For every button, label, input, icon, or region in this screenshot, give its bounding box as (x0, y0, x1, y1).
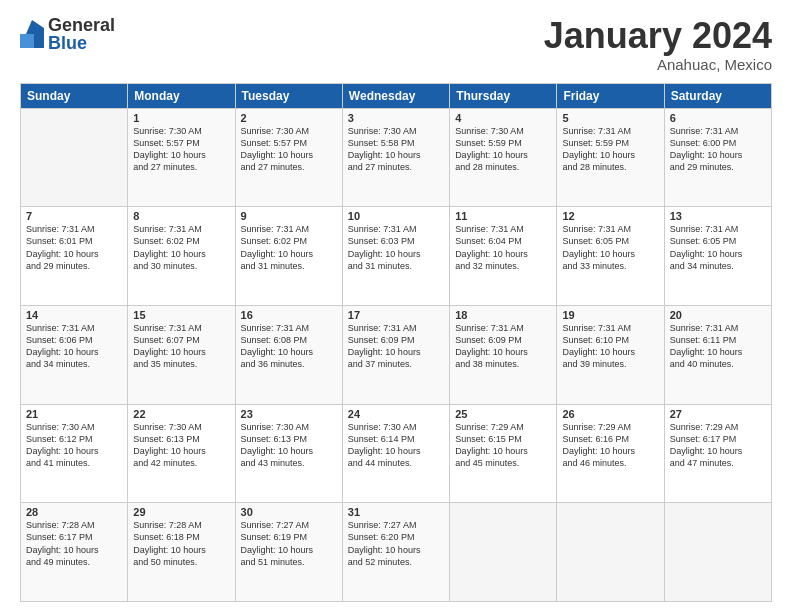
header: General Blue January 2024 Anahuac, Mexic… (20, 16, 772, 73)
col-tuesday: Tuesday (235, 83, 342, 108)
day-info: Sunrise: 7:31 AMSunset: 6:01 PMDaylight:… (26, 223, 122, 272)
table-row: 3Sunrise: 7:30 AMSunset: 5:58 PMDaylight… (342, 108, 449, 207)
calendar-table: Sunday Monday Tuesday Wednesday Thursday… (20, 83, 772, 602)
day-info: Sunrise: 7:31 AMSunset: 6:02 PMDaylight:… (133, 223, 229, 272)
day-number: 4 (455, 112, 551, 124)
table-row: 27Sunrise: 7:29 AMSunset: 6:17 PMDayligh… (664, 404, 771, 503)
table-row: 13Sunrise: 7:31 AMSunset: 6:05 PMDayligh… (664, 207, 771, 306)
day-number: 15 (133, 309, 229, 321)
day-number: 24 (348, 408, 444, 420)
col-sunday: Sunday (21, 83, 128, 108)
day-number: 25 (455, 408, 551, 420)
table-row: 26Sunrise: 7:29 AMSunset: 6:16 PMDayligh… (557, 404, 664, 503)
day-info: Sunrise: 7:28 AMSunset: 6:17 PMDaylight:… (26, 519, 122, 568)
col-saturday: Saturday (664, 83, 771, 108)
day-number: 27 (670, 408, 766, 420)
day-number: 30 (241, 506, 337, 518)
day-info: Sunrise: 7:28 AMSunset: 6:18 PMDaylight:… (133, 519, 229, 568)
calendar-header-row: Sunday Monday Tuesday Wednesday Thursday… (21, 83, 772, 108)
table-row: 18Sunrise: 7:31 AMSunset: 6:09 PMDayligh… (450, 305, 557, 404)
table-row (664, 503, 771, 602)
day-number: 5 (562, 112, 658, 124)
day-info: Sunrise: 7:29 AMSunset: 6:15 PMDaylight:… (455, 421, 551, 470)
day-info: Sunrise: 7:31 AMSunset: 6:02 PMDaylight:… (241, 223, 337, 272)
month-title: January 2024 (544, 16, 772, 56)
table-row: 16Sunrise: 7:31 AMSunset: 6:08 PMDayligh… (235, 305, 342, 404)
day-info: Sunrise: 7:29 AMSunset: 6:17 PMDaylight:… (670, 421, 766, 470)
table-row: 8Sunrise: 7:31 AMSunset: 6:02 PMDaylight… (128, 207, 235, 306)
day-info: Sunrise: 7:27 AMSunset: 6:20 PMDaylight:… (348, 519, 444, 568)
day-info: Sunrise: 7:31 AMSunset: 6:05 PMDaylight:… (670, 223, 766, 272)
day-info: Sunrise: 7:29 AMSunset: 6:16 PMDaylight:… (562, 421, 658, 470)
logo: General Blue (20, 16, 115, 52)
day-info: Sunrise: 7:30 AMSunset: 5:58 PMDaylight:… (348, 125, 444, 174)
day-info: Sunrise: 7:30 AMSunset: 5:57 PMDaylight:… (241, 125, 337, 174)
day-number: 11 (455, 210, 551, 222)
day-info: Sunrise: 7:30 AMSunset: 6:12 PMDaylight:… (26, 421, 122, 470)
table-row: 11Sunrise: 7:31 AMSunset: 6:04 PMDayligh… (450, 207, 557, 306)
day-number: 20 (670, 309, 766, 321)
table-row: 28Sunrise: 7:28 AMSunset: 6:17 PMDayligh… (21, 503, 128, 602)
table-row: 23Sunrise: 7:30 AMSunset: 6:13 PMDayligh… (235, 404, 342, 503)
day-info: Sunrise: 7:31 AMSunset: 6:00 PMDaylight:… (670, 125, 766, 174)
calendar-week-row: 1Sunrise: 7:30 AMSunset: 5:57 PMDaylight… (21, 108, 772, 207)
table-row: 17Sunrise: 7:31 AMSunset: 6:09 PMDayligh… (342, 305, 449, 404)
day-info: Sunrise: 7:31 AMSunset: 6:09 PMDaylight:… (455, 322, 551, 371)
day-number: 6 (670, 112, 766, 124)
calendar-week-row: 21Sunrise: 7:30 AMSunset: 6:12 PMDayligh… (21, 404, 772, 503)
calendar-week-row: 7Sunrise: 7:31 AMSunset: 6:01 PMDaylight… (21, 207, 772, 306)
table-row: 21Sunrise: 7:30 AMSunset: 6:12 PMDayligh… (21, 404, 128, 503)
day-number: 16 (241, 309, 337, 321)
logo-text: General Blue (48, 16, 115, 52)
day-number: 28 (26, 506, 122, 518)
table-row: 12Sunrise: 7:31 AMSunset: 6:05 PMDayligh… (557, 207, 664, 306)
table-row: 31Sunrise: 7:27 AMSunset: 6:20 PMDayligh… (342, 503, 449, 602)
day-number: 21 (26, 408, 122, 420)
day-info: Sunrise: 7:31 AMSunset: 5:59 PMDaylight:… (562, 125, 658, 174)
day-info: Sunrise: 7:31 AMSunset: 6:09 PMDaylight:… (348, 322, 444, 371)
logo-general-text: General (48, 16, 115, 34)
day-number: 31 (348, 506, 444, 518)
table-row: 7Sunrise: 7:31 AMSunset: 6:01 PMDaylight… (21, 207, 128, 306)
svg-marker-1 (20, 34, 34, 48)
table-row: 25Sunrise: 7:29 AMSunset: 6:15 PMDayligh… (450, 404, 557, 503)
col-monday: Monday (128, 83, 235, 108)
day-number: 3 (348, 112, 444, 124)
day-number: 13 (670, 210, 766, 222)
day-number: 17 (348, 309, 444, 321)
day-info: Sunrise: 7:27 AMSunset: 6:19 PMDaylight:… (241, 519, 337, 568)
day-number: 9 (241, 210, 337, 222)
day-number: 12 (562, 210, 658, 222)
table-row (21, 108, 128, 207)
table-row: 15Sunrise: 7:31 AMSunset: 6:07 PMDayligh… (128, 305, 235, 404)
day-number: 14 (26, 309, 122, 321)
table-row: 20Sunrise: 7:31 AMSunset: 6:11 PMDayligh… (664, 305, 771, 404)
day-number: 2 (241, 112, 337, 124)
day-info: Sunrise: 7:31 AMSunset: 6:04 PMDaylight:… (455, 223, 551, 272)
table-row: 1Sunrise: 7:30 AMSunset: 5:57 PMDaylight… (128, 108, 235, 207)
table-row: 2Sunrise: 7:30 AMSunset: 5:57 PMDaylight… (235, 108, 342, 207)
day-number: 22 (133, 408, 229, 420)
day-info: Sunrise: 7:31 AMSunset: 6:07 PMDaylight:… (133, 322, 229, 371)
day-info: Sunrise: 7:31 AMSunset: 6:03 PMDaylight:… (348, 223, 444, 272)
calendar-week-row: 28Sunrise: 7:28 AMSunset: 6:17 PMDayligh… (21, 503, 772, 602)
day-number: 26 (562, 408, 658, 420)
table-row: 9Sunrise: 7:31 AMSunset: 6:02 PMDaylight… (235, 207, 342, 306)
table-row: 10Sunrise: 7:31 AMSunset: 6:03 PMDayligh… (342, 207, 449, 306)
table-row: 4Sunrise: 7:30 AMSunset: 5:59 PMDaylight… (450, 108, 557, 207)
table-row: 30Sunrise: 7:27 AMSunset: 6:19 PMDayligh… (235, 503, 342, 602)
table-row: 19Sunrise: 7:31 AMSunset: 6:10 PMDayligh… (557, 305, 664, 404)
day-number: 19 (562, 309, 658, 321)
day-info: Sunrise: 7:31 AMSunset: 6:05 PMDaylight:… (562, 223, 658, 272)
day-info: Sunrise: 7:30 AMSunset: 6:14 PMDaylight:… (348, 421, 444, 470)
day-info: Sunrise: 7:30 AMSunset: 5:59 PMDaylight:… (455, 125, 551, 174)
location-subtitle: Anahuac, Mexico (544, 56, 772, 73)
day-info: Sunrise: 7:30 AMSunset: 5:57 PMDaylight:… (133, 125, 229, 174)
day-number: 1 (133, 112, 229, 124)
day-info: Sunrise: 7:31 AMSunset: 6:08 PMDaylight:… (241, 322, 337, 371)
title-block: January 2024 Anahuac, Mexico (544, 16, 772, 73)
table-row: 5Sunrise: 7:31 AMSunset: 5:59 PMDaylight… (557, 108, 664, 207)
table-row: 14Sunrise: 7:31 AMSunset: 6:06 PMDayligh… (21, 305, 128, 404)
col-thursday: Thursday (450, 83, 557, 108)
day-number: 10 (348, 210, 444, 222)
